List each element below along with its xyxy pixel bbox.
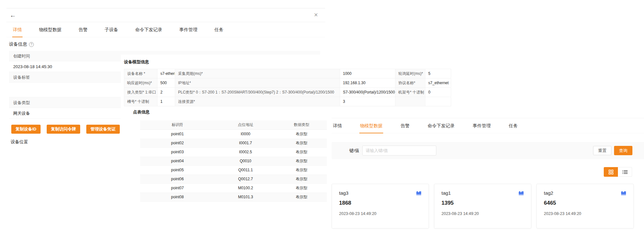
point-address: Q0010 <box>215 156 276 165</box>
model-cell-label: 槽号* 十进制 <box>124 97 157 106</box>
model-cell-label: 接入类型* 1:串口 2:以太网 <box>124 88 157 97</box>
point-identifier: point07 <box>140 183 215 192</box>
tab-thing-model-data[interactable]: 物模型数据 <box>38 22 62 37</box>
dialog-header: ← ✕ <box>6 8 325 22</box>
close-icon[interactable]: ✕ <box>314 13 318 18</box>
point-data-type: 布尔型 <box>276 147 327 156</box>
device-model-title: 设备模型信息 <box>121 55 452 65</box>
point-row: point06 Q0012.7 布尔型 <box>140 174 327 183</box>
point-row: point03 I0002.5 布尔型 <box>140 147 327 156</box>
model-cell-value: 0 <box>425 88 451 97</box>
point-row: point01 I0000 布尔型 <box>140 129 327 138</box>
point-address: Q0012.7 <box>215 174 276 183</box>
model-cell-label: PLC类型* 0：S7-200 1：S7-200SMART/300/400(St… <box>175 88 340 97</box>
tab-command-log[interactable]: 命令下发记录 <box>135 22 163 37</box>
tag-cards: tag3 1868 2023-08-23 14:49:20 tag1 <box>332 184 644 228</box>
model-cell-label: 机架号* 十进制 <box>395 88 425 97</box>
model-cell-value: 192.168.1.30 <box>340 78 395 88</box>
tag-name: tag3 <box>339 190 348 196</box>
point-data-type: 布尔型 <box>276 165 327 174</box>
tag-value: 6465 <box>544 200 626 206</box>
point-identifier: point05 <box>140 165 215 174</box>
tab-event-management[interactable]: 事件管理 <box>472 118 491 133</box>
model-cell-label: 协议名称* <box>395 78 425 88</box>
point-data-type: 布尔型 <box>276 156 327 165</box>
thing-model-data-panel: 详情 物模型数据 告警 命令下发记录 事件管理 任务 键/值 重置 查询 <box>332 118 644 228</box>
tag-value: 1868 <box>339 200 421 206</box>
device-info-title-text: 设备信息 <box>9 41 27 47</box>
back-icon[interactable]: ← <box>10 12 16 18</box>
tab-details[interactable]: 详情 <box>12 22 23 37</box>
list-view-button[interactable] <box>618 167 632 177</box>
point-address: I0002.5 <box>215 147 276 156</box>
point-identifier: point02 <box>140 138 215 147</box>
model-cell-label: 轮询延时(ms)* <box>395 69 425 78</box>
model-row: 接入类型* 1:串口 2:以太网 2 PLC类型* 0：S7-200 1：S7-… <box>124 88 451 97</box>
point-data-type: 布尔型 <box>276 183 327 192</box>
model-cell-value: s7-ethernet <box>157 69 175 78</box>
query-button[interactable]: 查询 <box>614 146 632 155</box>
grid-view-button[interactable] <box>604 167 618 177</box>
point-address: Q0011.1 <box>215 165 276 174</box>
tag-timestamp: 2023-08-23 14:49:20 <box>339 211 421 216</box>
area-chart-icon[interactable] <box>518 191 524 195</box>
list-icon <box>622 170 628 174</box>
tab-thing-model-data[interactable]: 物模型数据 <box>359 118 383 133</box>
point-address: M0100.2 <box>215 183 276 192</box>
tag-card[interactable]: tag3 1868 2023-08-23 14:49:20 <box>332 184 429 228</box>
tag-name: tag2 <box>544 190 553 196</box>
model-cell-label: 采集周期(ms)* <box>175 69 340 78</box>
model-cell-label: IP地址* <box>175 78 340 88</box>
device-info-title: 设备信息 ? <box>9 41 325 47</box>
tab-alarms[interactable]: 告警 <box>400 118 410 133</box>
device-model-table: 设备名称 * s7-ethernet 采集周期(ms)* 1000 轮询延时(m… <box>124 69 451 106</box>
tab-command-log[interactable]: 命令下发记录 <box>427 118 455 133</box>
point-identifier: point01 <box>140 129 215 138</box>
model-row: 设备名称 * s7-ethernet 采集周期(ms)* 1000 轮询延时(m… <box>124 69 451 78</box>
tag-card[interactable]: tag1 1395 2023-08-23 14:49:20 <box>434 184 531 228</box>
tab-event-management[interactable]: 事件管理 <box>179 22 198 37</box>
copy-access-token-button[interactable]: 复制访问令牌 <box>47 125 80 134</box>
view-toggle <box>332 167 632 177</box>
tab-details[interactable]: 详情 <box>332 118 343 133</box>
point-row: point07 M0100.2 布尔型 <box>140 183 327 192</box>
model-cell-value: 500 <box>157 78 175 88</box>
point-table-header: 标识符 点位地址 数据类型 <box>140 120 327 129</box>
device-tab-bar: 详情 物模型数据 告警 子设备 命令下发记录 事件管理 任务 <box>6 22 325 37</box>
area-chart-icon[interactable] <box>416 191 421 195</box>
model-cell-value <box>425 97 451 106</box>
point-address: I0001.7 <box>215 138 276 147</box>
reset-button[interactable]: 重置 <box>593 146 611 155</box>
point-row: point05 Q0011.1 布尔型 <box>140 165 327 174</box>
model-cell-value: s7_ethernet <box>425 78 451 88</box>
point-identifier: point06 <box>140 174 215 183</box>
point-address: I0000 <box>215 129 276 138</box>
right-tab-bar: 详情 物模型数据 告警 命令下发记录 事件管理 任务 <box>332 118 644 133</box>
manage-credentials-button[interactable]: 管理设备凭证 <box>86 125 120 134</box>
tab-tasks[interactable]: 任务 <box>214 22 224 37</box>
tag-value: 1395 <box>441 200 524 206</box>
point-table: 标识符 点位地址 数据类型 point01 I0000 布尔型 point02 … <box>140 120 327 202</box>
key-value-input[interactable] <box>362 146 436 156</box>
model-cell-label: 设备名称 * <box>124 69 157 78</box>
model-cell-value: 1 <box>157 97 175 106</box>
copy-device-id-button[interactable]: 复制设备ID <box>11 125 41 134</box>
model-cell-value: S7-300/400(Portal)/1200/1500 <box>340 88 395 97</box>
tag-timestamp: 2023-08-23 14:49:20 <box>544 211 626 216</box>
key-value-label: 键/值 <box>349 148 359 154</box>
tab-sub-devices[interactable]: 子设备 <box>104 22 119 37</box>
model-cell-value: 3 <box>340 97 395 106</box>
model-row: 响应超时(ms)* 500 IP地址* 192.168.1.30 协议名称* s… <box>124 78 451 88</box>
model-cell-label: 响应超时(ms)* <box>124 78 157 88</box>
model-cell-value: 1000 <box>340 69 395 78</box>
help-icon[interactable]: ? <box>29 42 34 47</box>
tag-card[interactable]: tag2 6465 2023-08-23 14:49:20 <box>536 184 634 228</box>
area-chart-icon[interactable] <box>621 191 626 195</box>
model-cell-value: 2 <box>157 88 175 97</box>
tag-timestamp: 2023-08-23 14:49:20 <box>441 211 524 216</box>
tag-name: tag1 <box>441 190 451 196</box>
tab-tasks[interactable]: 任务 <box>508 118 518 133</box>
tab-alarms[interactable]: 告警 <box>78 22 88 37</box>
point-row: point08 M0101.3 布尔型 <box>140 192 327 201</box>
point-data-type: 布尔型 <box>276 174 327 183</box>
